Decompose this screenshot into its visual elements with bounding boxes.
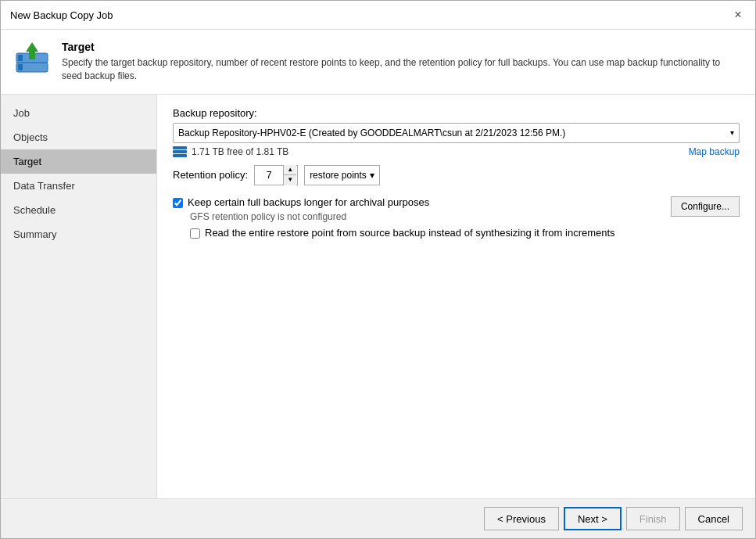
dropdown-arrow-icon: ▾ — [730, 128, 734, 137]
retention-number-input[interactable]: ▲ ▼ — [254, 165, 298, 185]
cancel-button[interactable]: Cancel — [685, 507, 743, 530]
read-entire-restore-checkbox[interactable] — [190, 228, 200, 239]
keep-full-backups-checkbox[interactable] — [173, 198, 183, 208]
map-backup-link[interactable]: Map backup — [689, 146, 740, 157]
sidebar-item-schedule[interactable]: Schedule — [1, 198, 156, 222]
keep-full-backups-checkbox-row: Keep certain full backups longer for arc… — [173, 196, 661, 208]
storage-left: 1.71 TB free of 1.81 TB — [173, 146, 288, 157]
retention-policy-label: Retention policy: — [173, 169, 248, 181]
sidebar: Job Objects Target Data Transfer Schedul… — [1, 95, 157, 498]
backup-repository-value: Backup Repository-HPHV02-E (Created by G… — [178, 128, 565, 138]
header-description: Specify the target backup repository, nu… — [62, 56, 743, 83]
retention-unit-value: restore points — [310, 170, 367, 181]
header-text: Target Specify the target backup reposit… — [62, 41, 743, 83]
finish-button[interactable]: Finish — [626, 507, 680, 530]
keep-full-backups-section: Keep certain full backups longer for arc… — [173, 196, 661, 242]
retention-decrement-btn[interactable]: ▼ — [284, 175, 296, 185]
keep-full-backups-row: Keep certain full backups longer for arc… — [173, 196, 740, 242]
storage-free-text: 1.71 TB free of 1.81 TB — [192, 146, 288, 157]
header-title: Target — [62, 41, 743, 53]
close-button[interactable]: × — [730, 7, 746, 23]
sidebar-item-data-transfer[interactable]: Data Transfer — [1, 174, 156, 198]
svg-rect-3 — [18, 55, 23, 61]
database-icon — [173, 146, 187, 157]
previous-button[interactable]: < Previous — [484, 507, 559, 530]
spacer — [173, 245, 740, 386]
configure-button-wrapper: Configure... — [671, 196, 740, 217]
keep-full-backups-label: Keep certain full backups longer for arc… — [188, 196, 429, 208]
retention-row: Retention policy: ▲ ▼ restore points ▾ — [173, 165, 740, 185]
configure-button[interactable]: Configure... — [671, 196, 740, 217]
read-entire-restore-row: Read the entire restore point from sourc… — [190, 227, 661, 239]
backup-repository-label: Backup repository: — [173, 107, 740, 119]
body-area: Job Objects Target Data Transfer Schedul… — [1, 95, 755, 498]
backup-repository-dropdown-row: Backup Repository-HPHV02-E (Created by G… — [173, 123, 740, 143]
retention-spinner: ▲ ▼ — [283, 165, 296, 185]
retention-value-field[interactable] — [255, 166, 283, 185]
sidebar-item-summary[interactable]: Summary — [1, 222, 156, 246]
backup-repository-dropdown[interactable]: Backup Repository-HPHV02-E (Created by G… — [173, 123, 740, 143]
gfs-note: GFS retention policy is not configured — [190, 211, 661, 222]
sidebar-item-target[interactable]: Target — [1, 149, 156, 174]
main-content: Backup repository: Backup Repository-HPH… — [157, 95, 755, 498]
dialog: New Backup Copy Job × Target Specify the… — [0, 0, 756, 539]
storage-info: 1.71 TB free of 1.81 TB Map backup — [173, 146, 740, 157]
next-button[interactable]: Next > — [564, 507, 622, 530]
dialog-title: New Backup Copy Job — [10, 9, 113, 21]
target-icon — [13, 41, 51, 78]
retention-unit-dropdown[interactable]: restore points ▾ — [304, 165, 380, 185]
sidebar-item-job[interactable]: Job — [1, 101, 156, 125]
svg-rect-2 — [18, 64, 23, 70]
title-bar: New Backup Copy Job × — [1, 1, 755, 30]
read-entire-restore-label: Read the entire restore point from sourc… — [205, 227, 615, 239]
header-section: Target Specify the target backup reposit… — [1, 30, 755, 95]
sidebar-item-objects[interactable]: Objects — [1, 125, 156, 149]
retention-increment-btn[interactable]: ▲ — [284, 165, 296, 175]
unit-dropdown-arrow-icon: ▾ — [370, 170, 374, 181]
footer: < Previous Next > Finish Cancel — [1, 498, 755, 538]
